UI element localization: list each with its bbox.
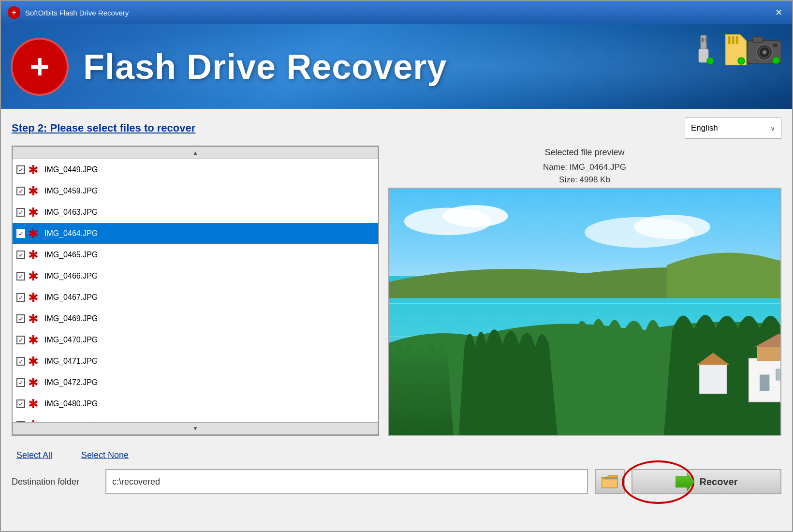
usb-icon-container [690,34,717,65]
svg-rect-2 [702,38,704,42]
svg-point-8 [738,58,745,64]
close-button[interactable]: ✕ [772,6,785,19]
two-col-layout: ▲ ✱IMG_0449.JPG✱IMG_0459.JPG✱IMG_0463.JP… [12,146,781,436]
select-none-link[interactable]: Select None [81,450,129,460]
file-type-icon: ✱ [28,376,42,389]
file-checkbox[interactable] [16,357,25,366]
file-type-icon: ✱ [28,418,42,422]
file-name-label: IMG_0465.JPG [44,251,98,259]
file-name-label: IMG_0463.JPG [44,208,98,217]
file-type-icon: ✱ [28,312,42,325]
svg-point-16 [773,57,779,64]
file-name-label: IMG_0472.JPG [44,378,98,387]
svg-point-4 [707,58,714,64]
file-list-item[interactable]: ✱IMG_0464.JPG [13,223,378,244]
preview-file-name: Name: IMG_0464.JPG [388,163,781,172]
file-checkbox[interactable] [16,399,25,408]
file-type-icon: ✱ [28,269,42,283]
recover-label: Recover [700,476,738,488]
file-name-label: IMG_0469.JPG [44,314,98,323]
camera-icon [748,36,781,64]
file-list-scroll[interactable]: ✱IMG_0449.JPG✱IMG_0459.JPG✱IMG_0463.JPG✱… [13,159,378,422]
svg-rect-31 [700,364,727,394]
title-bar: + SoftOrbits Flash Drive Recovery ✕ [1,1,792,24]
select-buttons-row: Select All Select None [12,450,781,460]
file-list-item[interactable]: ✱IMG_0466.JPG [13,266,378,287]
file-list-item[interactable]: ✱IMG_0470.JPG [13,329,378,351]
file-list-item[interactable]: ✱IMG_0469.JPG [13,308,378,329]
preview-file-size: Size: 4998 Kb [388,175,781,185]
file-name-label: IMG_0459.JPG [44,187,98,195]
preview-panel: Selected file preview Name: IMG_0464.JPG… [388,146,781,436]
file-list-item[interactable]: ✱IMG_0480.JPG [13,393,378,414]
chevron-down-icon: ∨ [770,124,775,132]
svg-rect-29 [760,375,769,391]
file-list-item[interactable]: ✱IMG_0467.JPG [13,287,378,308]
svg-rect-33 [604,477,617,479]
banner-icons [690,34,778,65]
folder-icon [601,474,618,489]
file-checkbox[interactable] [16,229,25,238]
file-checkbox[interactable] [16,336,25,344]
header-banner: + Flash Drive Recovery [1,24,792,109]
banner-logo: + [11,38,69,96]
file-list-item[interactable]: ✱IMG_0465.JPG [13,244,378,266]
file-type-icon: ✱ [28,206,42,219]
file-checkbox[interactable] [16,293,25,302]
file-list-panel: ▲ ✱IMG_0449.JPG✱IMG_0459.JPG✱IMG_0463.JP… [12,146,379,436]
recover-button-wrapper: Recover [631,469,781,494]
svg-rect-27 [757,347,780,361]
svg-point-19 [442,205,508,227]
svg-rect-15 [773,44,778,47]
file-type-icon: ✱ [28,163,42,177]
app-title: SoftOrbits Flash Drive Recovery [25,9,129,17]
file-checkbox[interactable] [16,187,25,195]
file-name-label: IMG_0480.JPG [44,399,98,408]
file-name-label: IMG_0464.JPG [44,229,98,238]
browse-button[interactable] [595,469,625,494]
file-type-icon: ✱ [28,248,42,262]
destination-input[interactable] [105,469,588,494]
sd-card-icon [721,34,747,65]
file-list-item[interactable]: ✱IMG_0459.JPG [13,180,378,202]
language-dropdown[interactable]: English ∨ [685,118,781,139]
file-list-item[interactable]: ✱IMG_0472.JPG [13,372,378,393]
scroll-down-button[interactable]: ▼ [13,422,378,435]
file-checkbox[interactable] [16,378,25,387]
main-content: Step 2: Please select files to recover E… [1,109,792,508]
svg-rect-30 [776,369,780,380]
select-all-link[interactable]: Select All [16,450,52,460]
file-name-label: IMG_0449.JPG [44,165,98,174]
sd-card-icon-container [720,34,747,65]
svg-point-14 [763,51,766,54]
file-checkbox[interactable] [16,272,25,281]
svg-point-21 [634,215,710,239]
file-list-item[interactable]: ✱IMG_0481.JPG [13,414,378,422]
svg-rect-6 [732,36,734,44]
file-checkbox[interactable] [16,251,25,259]
file-checkbox[interactable] [16,165,25,174]
file-list-item[interactable]: ✱IMG_0449.JPG [13,159,378,180]
file-list-item[interactable]: ✱IMG_0471.JPG [13,351,378,372]
svg-rect-3 [705,38,707,42]
recover-button[interactable]: Recover [631,469,781,494]
recover-arrow-icon [676,472,695,491]
camera-icon-container [751,34,778,65]
file-list-item[interactable]: ✱IMG_0463.JPG [13,202,378,223]
file-checkbox[interactable] [16,208,25,217]
file-type-icon: ✱ [28,227,42,240]
bottom-controls: Select All Select None Destination folde… [12,443,781,499]
file-name-label: IMG_0467.JPG [44,293,98,302]
file-type-icon: ✱ [28,397,42,411]
preview-header-label: Selected file preview [388,146,781,160]
file-checkbox[interactable] [16,314,25,323]
svg-rect-7 [736,36,738,44]
svg-rect-10 [752,37,763,43]
app-title-icon: + [8,6,20,19]
step-header-row: Step 2: Please select files to recover E… [12,118,781,139]
destination-row: Destination folder Recover [12,469,781,494]
scroll-up-button[interactable]: ▲ [13,147,378,159]
file-type-icon: ✱ [28,333,42,347]
file-name-label: IMG_0471.JPG [44,357,98,366]
file-type-icon: ✱ [28,355,42,368]
